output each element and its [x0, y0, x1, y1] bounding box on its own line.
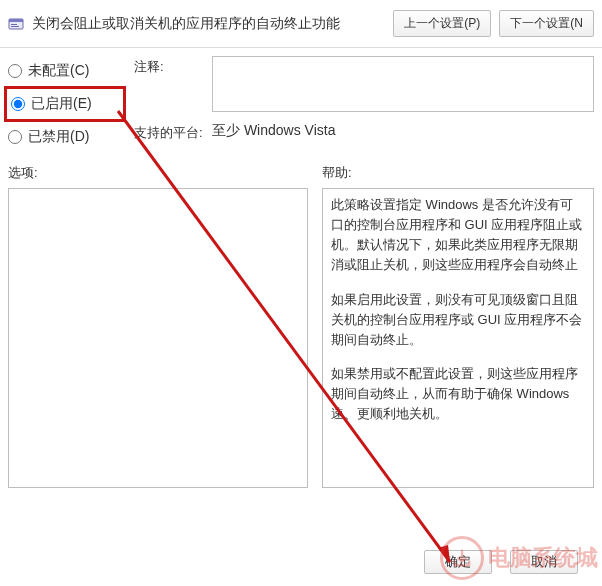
- platform-value: 至少 Windows Vista: [212, 122, 335, 140]
- help-panel: 此策略设置指定 Windows 是否允许没有可口的控制台应用程序和 GUI 应用…: [322, 188, 594, 488]
- next-setting-button[interactable]: 下一个设置(N: [499, 10, 594, 37]
- svg-rect-1: [9, 19, 23, 22]
- radio-unconfigured-input[interactable]: [8, 64, 22, 78]
- radio-enabled-input[interactable]: [11, 97, 25, 111]
- policy-icon: [8, 16, 24, 32]
- help-paragraph: 此策略设置指定 Windows 是否允许没有可口的控制台应用程序和 GUI 应用…: [331, 195, 585, 276]
- ok-button[interactable]: 确定: [424, 550, 492, 574]
- radio-unconfigured[interactable]: 未配置(C): [8, 62, 120, 80]
- page-title: 关闭会阻止或取消关机的应用程序的自动终止功能: [32, 15, 385, 33]
- radio-disabled-input[interactable]: [8, 130, 22, 144]
- comment-label: 注释:: [134, 56, 204, 76]
- options-label: 选项:: [8, 164, 308, 182]
- svg-rect-2: [11, 24, 17, 25]
- cancel-button[interactable]: 取消: [510, 550, 578, 574]
- radio-enabled[interactable]: 已启用(E): [11, 95, 117, 113]
- comment-textarea[interactable]: [212, 56, 594, 112]
- radio-disabled-label: 已禁用(D): [28, 128, 89, 146]
- prev-setting-button[interactable]: 上一个设置(P): [393, 10, 491, 37]
- help-paragraph: 如果禁用或不配置此设置，则这些应用程序期间自动终止，从而有助于确保 Window…: [331, 364, 585, 424]
- radio-enabled-label: 已启用(E): [31, 95, 92, 113]
- divider: [0, 47, 602, 48]
- help-paragraph: 如果启用此设置，则没有可见顶级窗口且阻关机的控制台应用程序或 GUI 应用程序不…: [331, 290, 585, 350]
- radio-unconfigured-label: 未配置(C): [28, 62, 89, 80]
- radio-disabled[interactable]: 已禁用(D): [8, 128, 120, 146]
- platform-label: 支持的平台:: [134, 122, 204, 142]
- enabled-highlight-box: 已启用(E): [4, 86, 126, 122]
- options-panel: [8, 188, 308, 488]
- help-label: 帮助:: [322, 164, 594, 182]
- svg-rect-3: [11, 26, 19, 27]
